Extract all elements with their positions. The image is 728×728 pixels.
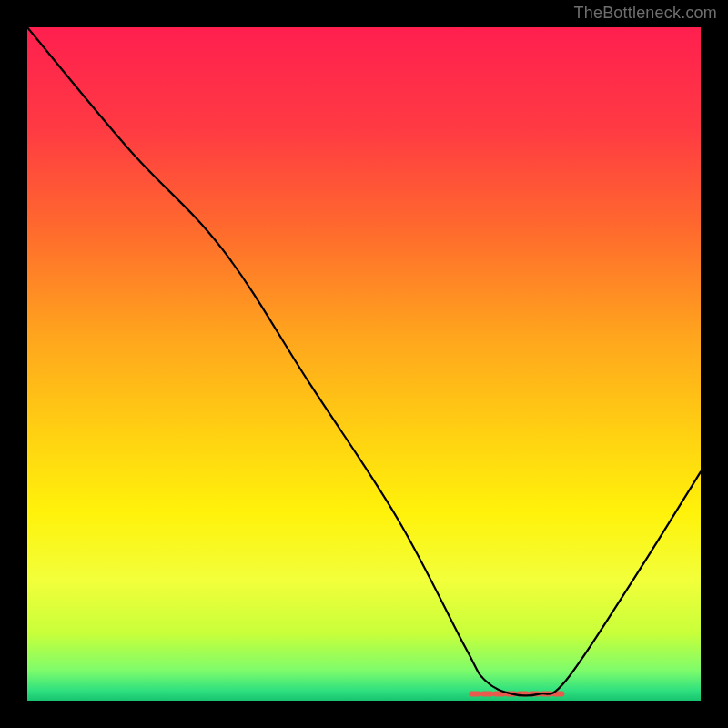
watermark-text: TheBottleneck.com xyxy=(574,4,717,23)
gradient-background xyxy=(27,27,701,701)
plot-area xyxy=(27,27,701,701)
chart-frame: TheBottleneck.com xyxy=(0,0,728,728)
chart-svg xyxy=(27,27,701,701)
